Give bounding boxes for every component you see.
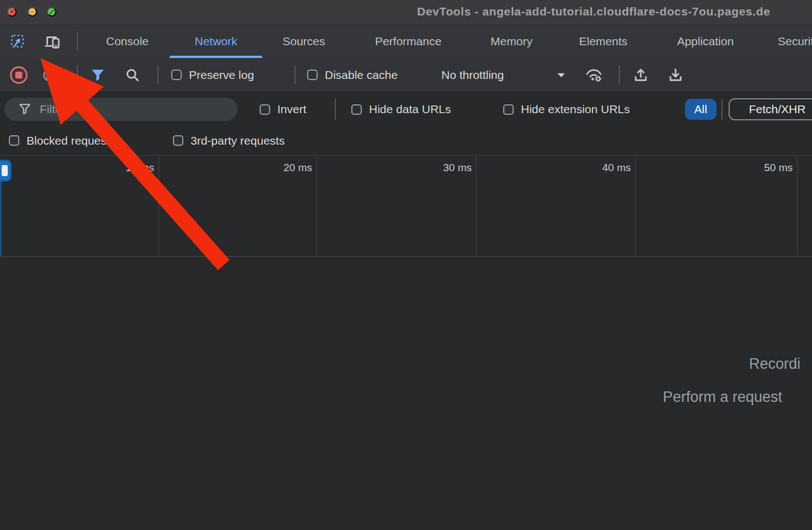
hide-extension-urls-label: Hide extension URLs [521,103,630,116]
invert-label: Invert [277,103,307,116]
tab-sources[interactable]: Sources [266,25,342,58]
throttling-select[interactable]: No throttling [441,68,504,82]
chevron-down-icon[interactable] [557,72,566,77]
disable-cache-label: Disable cache [325,68,398,82]
hide-extension-urls-checkbox[interactable] [503,104,514,115]
tab-security[interactable]: Security [753,25,812,58]
tabbar-separator [77,32,78,51]
blocked-requests-label: Blocked requests [27,134,115,147]
stop-recording-icon [9,65,29,85]
devtools-window: ✕ − DevTools - angela-add-tutorial.cloud… [0,0,812,530]
third-party-requests-checkbox[interactable] [173,135,183,146]
invert-checkbox[interactable] [260,104,270,115]
panel-tabs: Console Network Sources Performance Memo… [88,25,812,58]
timeline-origin-line [0,182,2,256]
zoom-disabled-slash-icon [49,9,54,14]
close-window-button[interactable]: ✕ [7,7,17,17]
timeline-tick-label: 10 ms [125,162,154,174]
timeline-gridline [635,156,636,256]
toolbar-separator [619,66,620,84]
network-overview-pane[interactable]: 10 ms 20 ms 30 ms 40 ms 50 ms [0,156,812,257]
window-title: DevTools - angela-add-tutorial.cloudflar… [417,5,812,18]
disable-cache-group: Disable cache [307,68,398,82]
filter-funnel-icon [91,68,105,82]
timeline-gridline [317,156,317,256]
disable-cache-checkbox[interactable] [307,70,318,80]
devtools-tabbar: Console Network Sources Performance Memo… [0,25,812,58]
request-type-fetch-xhr-chip[interactable]: Fetch/XHR [729,98,812,120]
timeline-gridline [159,156,159,256]
search-icon [125,67,140,83]
third-party-requests-label: 3rd-party requests [191,134,284,147]
clipped-blue-badge [0,160,12,182]
toggle-device-toolbar-button[interactable] [40,29,64,54]
export-har-download-icon [667,67,684,83]
import-har-button[interactable] [632,67,649,83]
toolbar-separator [294,66,296,84]
hide-extension-urls-group: Hide extension URLs [503,103,630,116]
timeline-tick-label: 30 ms [443,162,472,174]
tab-network[interactable]: Network [166,25,266,58]
inspect-element-icon [10,34,25,49]
minimize-window-button[interactable]: − [28,7,37,17]
preserve-log-label: Preserve log [189,68,254,82]
request-type-all-chip[interactable]: All [685,99,716,120]
clear-network-log-icon [42,67,57,83]
tab-performance[interactable]: Performance [342,25,474,58]
toggle-device-toolbar-icon [44,34,60,49]
network-conditions-button[interactable] [584,67,603,83]
toolbar-separator [77,66,78,84]
invert-group: Invert [260,103,307,116]
filter-toggle-button[interactable] [91,68,105,82]
timeline-gridline [476,156,477,256]
titlebar: ✕ − DevTools - angela-add-tutorial.cloud… [0,0,812,25]
empty-state-hint-text: Perform a request [663,389,782,406]
hide-data-urls-label: Hide data URLs [369,103,451,116]
clear-network-log-button[interactable] [42,67,57,83]
hide-data-urls-checkbox[interactable] [351,104,362,115]
hide-data-urls-group: Hide data URLs [351,103,451,116]
empty-state-recording-text: Recordi [749,356,800,373]
tab-memory[interactable]: Memory [474,25,549,58]
filter-bar-row2: Blocked requests 3rd-party requests [0,126,812,156]
filter-input[interactable]: Filter [4,98,238,121]
timeline-tick-label: 40 ms [602,162,631,174]
toolbar-separator [157,66,159,84]
blocked-requests-group: Blocked requests [9,134,115,147]
preserve-log-group: Preserve log [171,68,254,82]
timeline-gridline [797,156,798,256]
search-button[interactable] [125,67,140,83]
tab-elements[interactable]: Elements [549,25,658,58]
filterbar-separator [721,99,723,120]
network-toolbar: Preserve log Disable cache No throttling [0,58,812,92]
network-conditions-wifi-gear-icon [584,67,603,83]
clipped-blue-badge-inner [2,165,8,176]
export-har-button[interactable] [667,67,684,83]
funnel-outline-icon [19,103,32,115]
tab-application[interactable]: Application [658,25,753,58]
tab-console[interactable]: Console [88,25,166,58]
third-party-requests-group: 3rd-party requests [173,134,284,147]
timeline-tick-label: 20 ms [283,162,312,174]
preserve-log-checkbox[interactable] [171,70,182,80]
timeline-tick-label: 50 ms [764,162,793,174]
stop-recording-button[interactable] [9,65,29,85]
inspect-element-button[interactable] [6,29,30,54]
zoom-window-button[interactable] [47,7,56,17]
blocked-requests-checkbox[interactable] [9,135,19,146]
filter-placeholder: Filter [40,103,66,116]
filter-bar: Filter Invert Hide data URLs Hide extens… [0,93,812,126]
import-har-upload-icon [632,67,649,83]
filterbar-separator [335,99,336,120]
